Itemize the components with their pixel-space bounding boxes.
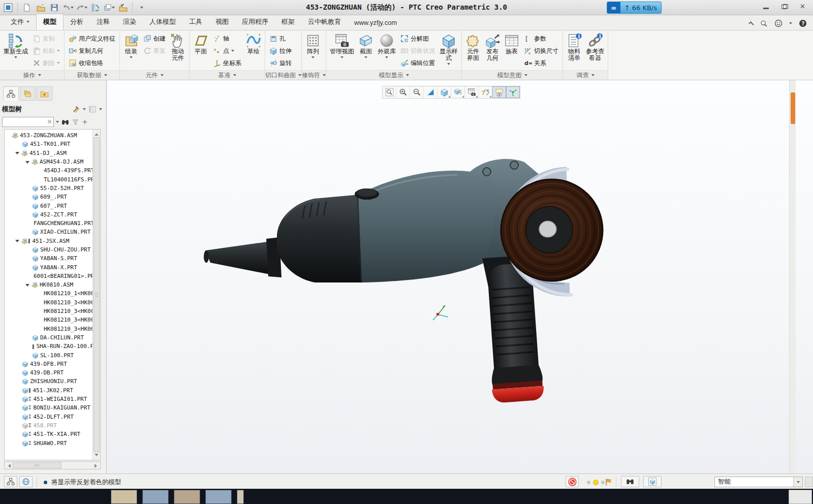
caret-down-icon[interactable] <box>83 108 86 112</box>
close-button[interactable]: ✕ <box>800 4 806 9</box>
extrude-button[interactable]: 拉伸 <box>267 45 294 57</box>
menu-tab-9[interactable]: 框架 <box>275 14 301 30</box>
tree-item[interactable]: DA-CHILUN.PRT <box>5 333 92 342</box>
display-style-button[interactable]: 显示样式 <box>438 33 459 67</box>
parameters-button[interactable]: 参数 <box>522 33 560 45</box>
component-interface-button[interactable]: 元件界面 <box>464 33 482 62</box>
user-defined-feature-button[interactable]: 用户定义特征 <box>67 33 117 45</box>
zoom-in-button[interactable] <box>396 86 410 98</box>
tree-item[interactable]: ⌶451-TK-XIA.PRT <box>5 430 92 438</box>
pattern-button[interactable]: 阵列 <box>304 33 322 60</box>
tree-item[interactable]: ⌶SHUAWO.PRT <box>5 438 92 447</box>
menu-tab-7[interactable]: 视图 <box>209 14 235 30</box>
assemble-button[interactable]: 组装 <box>122 33 140 60</box>
menu-tab-11[interactable]: www.yzfjy.com <box>348 16 403 30</box>
edit-position-button[interactable]: 编辑位置 <box>398 57 437 69</box>
bom-button[interactable]: 物料清单 <box>565 33 583 62</box>
model-tree-tab[interactable] <box>3 86 19 101</box>
view-manager-button[interactable] <box>465 86 479 98</box>
menu-tab-2[interactable]: 分析 <box>64 14 90 30</box>
tree-item[interactable]: 55-DZ-52H.PRT <box>5 184 92 193</box>
tree-item[interactable]: ‖451-JSX.ASM <box>5 237 92 245</box>
spin-center-button[interactable] <box>506 86 520 98</box>
tree-item[interactable]: ⌶452-DLFT.PRT <box>5 413 92 421</box>
caret-down-icon[interactable] <box>56 121 59 124</box>
caret-down-icon[interactable] <box>789 22 792 26</box>
taskbar-thumbnail[interactable] <box>111 490 137 504</box>
expand-triangle-icon[interactable] <box>15 240 19 244</box>
tree-item[interactable]: 609_.PRT <box>5 193 92 201</box>
ribbon-group-label[interactable]: 模型意图 <box>462 70 562 80</box>
repeat-button[interactable]: 重复 <box>141 45 168 57</box>
sections-button[interactable]: 截面 <box>357 33 375 60</box>
caret-down-icon[interactable] <box>99 108 102 112</box>
create-button[interactable]: 创建 <box>141 33 168 45</box>
manage-views-button[interactable]: 管理视图 <box>328 33 356 60</box>
hole-button[interactable]: 孔 <box>267 33 294 45</box>
tree-item[interactable]: FANGCHENGHUAN1.PRT <box>5 219 92 228</box>
refit-button[interactable] <box>383 86 396 98</box>
viewport-scrollbar[interactable] <box>789 80 796 474</box>
shrinkwrap-button[interactable]: 收缩包络 <box>67 57 117 69</box>
relations-button[interactable]: 关系 <box>522 57 560 69</box>
model-preview-button[interactable] <box>643 476 662 487</box>
tree-item[interactable]: ⌶BONIU-KAIGUAN.PRT <box>5 403 92 412</box>
saved-orientations-button[interactable] <box>451 86 465 98</box>
regenerate-button[interactable]: 重新生成 <box>2 33 29 60</box>
copy-geometry-button[interactable]: 复制几何 <box>67 45 117 57</box>
tree-item[interactable]: ‖SHA-RUN-ZAO-100.PRT <box>5 342 92 351</box>
copy-button[interactable]: 复制 <box>30 33 62 45</box>
taskbar-thumbnail[interactable] <box>789 490 812 504</box>
annotation-display-button[interactable] <box>492 86 506 98</box>
csys-button[interactable]: 坐标系 <box>211 57 243 69</box>
folder-browser-tab[interactable] <box>20 86 36 101</box>
expand-all-icon[interactable] <box>81 118 88 125</box>
drag-components-button[interactable]: 拖动元件 <box>169 33 187 62</box>
tree-item[interactable]: ZHISHUONIU.PRT <box>5 377 92 386</box>
taskbar-thumbnail[interactable] <box>205 490 232 504</box>
ribbon-group-label[interactable]: 操作 <box>0 70 64 80</box>
tree-item[interactable]: ‖451-JK02.PRT <box>5 386 92 395</box>
tree-item[interactable]: YABAN-X.PRT <box>5 263 92 271</box>
minimize-button[interactable] <box>763 4 769 9</box>
tree-item[interactable]: XIAO-CHILUN.PRT <box>5 228 92 236</box>
undo-button[interactable] <box>62 2 74 14</box>
tree-item[interactable]: 607_.PRT <box>5 201 92 210</box>
filter-funnel-icon[interactable] <box>72 118 79 126</box>
toggle-browser-button[interactable] <box>19 476 33 487</box>
menu-tab-3[interactable]: 注释 <box>90 14 116 30</box>
open-file-button[interactable] <box>35 2 47 14</box>
expand-triangle-icon[interactable] <box>25 161 29 166</box>
account-icon[interactable] <box>774 19 783 27</box>
selection-filter-caret[interactable] <box>793 477 802 487</box>
tree-item[interactable]: SL-100.PRT <box>5 351 92 359</box>
abort-regeneration-button[interactable] <box>566 476 579 487</box>
paste-button[interactable]: 粘贴 <box>30 45 62 57</box>
find-button[interactable] <box>621 476 639 487</box>
tree-item[interactable]: TL10400116FS.PRT <box>5 175 92 183</box>
display-style-button[interactable] <box>437 86 451 98</box>
regenerate-quick-button[interactable] <box>89 2 102 14</box>
tree-item[interactable]: 439-DFB.PRT <box>5 360 92 368</box>
tree-item[interactable]: HK0810.ASM <box>5 280 92 289</box>
scroll-left-arrow[interactable] <box>5 462 11 469</box>
family-table-button[interactable]: 族表 <box>503 33 521 55</box>
scroll-right-arrow[interactable] <box>93 462 100 469</box>
new-file-button[interactable] <box>21 2 33 14</box>
tree-item[interactable]: HK081210_1<HK00 <box>5 289 92 298</box>
menu-tab-0[interactable]: 文件 <box>4 14 36 30</box>
windows-button[interactable] <box>103 2 115 14</box>
delete-button[interactable]: 删除 <box>30 57 62 69</box>
close-window-button[interactable] <box>117 2 129 14</box>
tree-item[interactable]: HK081210_3<HK00 <box>5 316 92 324</box>
restore-button[interactable] <box>781 4 788 9</box>
tree-vertical-scrollbar[interactable] <box>92 130 100 460</box>
tree-tools-icon[interactable] <box>72 105 80 113</box>
app-button[interactable] <box>2 2 14 14</box>
network-speed-badge[interactable]: ∞ ↑ 66 KB/s <box>607 2 662 14</box>
menu-tab-1[interactable]: 模型 <box>36 14 64 30</box>
tree-settings-icon[interactable] <box>88 105 97 113</box>
3d-model-canvas[interactable] <box>107 80 813 474</box>
zoom-out-button[interactable] <box>410 86 424 98</box>
ribbon-group-label[interactable]: 修饰符 <box>302 70 326 80</box>
